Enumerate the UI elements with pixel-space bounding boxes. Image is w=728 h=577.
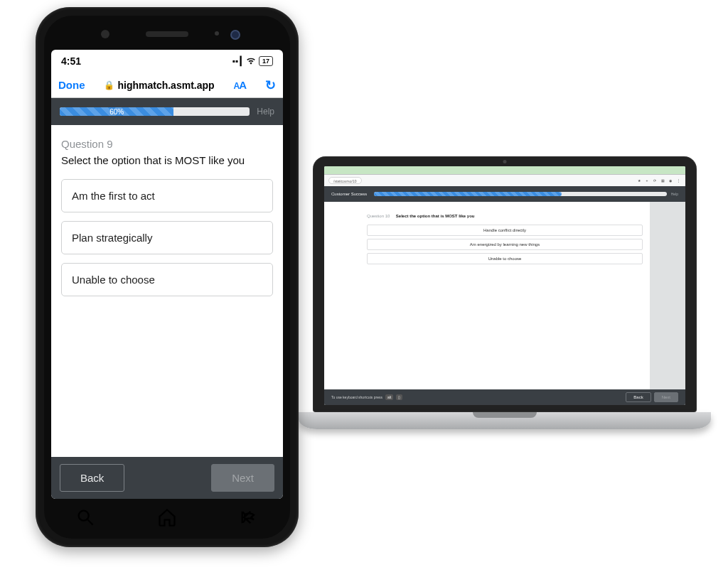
more-icon[interactable]: ⋮ [675,178,681,183]
next-button[interactable]: Next [211,464,274,492]
answer-option[interactable]: Plan strategically [61,221,273,254]
progress-bar [374,192,666,196]
address-url[interactable]: 🔒 highmatch.asmt.app [104,80,214,91]
laptop-mockup: /staticourso/10 ★ + ⟳ ▦ ◉ ⋮ Customer Suc… [299,156,711,455]
app-footer-bar: Back Next [51,457,283,499]
footer-buttons: Back Next [626,392,678,402]
back-button[interactable]: Back [626,392,651,402]
answer-option[interactable]: Unable to choose [61,263,273,296]
laptop-camera [503,160,507,163]
app-footer-bar: To use keyboard shortcuts press alt ▯ Ba… [324,389,685,405]
progress-wrap: Help [374,192,678,196]
answer-option[interactable]: Am energized by learning new things [367,239,643,250]
help-link[interactable]: Help [257,107,274,117]
url-host: highmatch.asmt.app [117,80,214,91]
phone-front-camera [230,30,240,40]
cell-signal-icon: ▪▪┃ [232,56,243,66]
app-header-bar: Customer Success Help [324,186,685,202]
question-area: Question 9 Select the option that is MOS… [51,125,283,457]
kbd-key-plus: ▯ [396,394,402,400]
question-number: Question 10 [367,214,390,218]
answer-option[interactable]: Handle conflict directly [367,225,643,236]
safari-toolbar: Done 🔒 highmatch.asmt.app AA ↻ [51,72,283,98]
phone-front-sensor [101,30,109,38]
reload-button[interactable]: ↻ [265,77,276,93]
browser-toolbar-icons: ★ + ⟳ ▦ ◉ ⋮ [636,178,681,183]
kbd-key-alt: alt [385,394,393,400]
progress-label: 60% [60,107,173,116]
wifi-icon [246,56,256,67]
svg-line-1 [87,520,92,525]
app-header-bar: 60% Help [51,98,283,125]
star-icon[interactable]: ★ [636,178,642,183]
browser-tab-bar [324,166,685,175]
phone-mockup: 4:51 ▪▪┃ 17 Done 🔒 highmatch.asmt.app AA… [36,7,299,547]
address-url[interactable]: /staticourso/10 [328,177,362,184]
options-list: Handle conflict directlyAm energized by … [367,225,643,264]
phone-inner: 4:51 ▪▪┃ 17 Done 🔒 highmatch.asmt.app AA… [44,16,290,539]
battery-indicator: 17 [259,56,273,66]
keyboard-hint: To use keyboard shortcuts press alt ▯ [331,394,402,400]
phone-speaker [146,31,188,37]
back-button[interactable]: Back [60,464,124,492]
profile-icon[interactable]: ◉ [668,178,673,183]
laptop-base [299,412,711,429]
answer-option[interactable]: Am the first to act [61,179,273,212]
question-prompt: Select the option that is MOST like you [61,154,273,166]
status-time: 4:51 [61,55,81,67]
options-list: Am the first to actPlan strategicallyUna… [61,179,273,296]
svg-point-0 [78,511,88,521]
question-prompt: Select the option that is MOST like you [396,214,475,218]
laptop-bezel: /staticourso/10 ★ + ⟳ ▦ ◉ ⋮ Customer Suc… [313,156,697,412]
text-size-button[interactable]: AA [234,79,247,91]
help-link[interactable]: Help [671,192,678,196]
progress-fill [374,192,561,196]
lock-icon: 🔒 [104,80,114,90]
plus-icon[interactable]: + [644,178,650,183]
android-nav-keys [44,506,290,532]
status-icons: ▪▪┃ 17 [232,56,273,67]
browser-address-bar[interactable]: /staticourso/10 ★ + ⟳ ▦ ◉ ⋮ [324,175,685,186]
progress-bar: 60% [60,107,250,116]
question-number: Question 9 [61,138,273,150]
laptop-screen: /staticourso/10 ★ + ⟳ ▦ ◉ ⋮ Customer Suc… [324,166,685,405]
status-bar: 4:51 ▪▪┃ 17 [51,50,283,72]
next-button[interactable]: Next [654,392,678,402]
phone-proximity-sensor [215,31,219,36]
back-key-icon[interactable] [239,507,259,530]
grid-icon[interactable]: ▦ [660,178,665,183]
done-button[interactable]: Done [58,79,85,91]
app-title: Customer Success [331,192,367,196]
sync-icon[interactable]: ⟳ [652,178,658,183]
answer-option[interactable]: Unable to choose [367,253,643,264]
phone-screen: 4:51 ▪▪┃ 17 Done 🔒 highmatch.asmt.app AA… [51,50,283,499]
right-gutter [650,202,685,389]
question-area: Question 10 Select the option that is MO… [324,202,685,389]
kbd-hint-text: To use keyboard shortcuts press [331,395,382,399]
home-key-icon[interactable] [157,507,177,530]
search-key-icon[interactable] [75,507,95,530]
